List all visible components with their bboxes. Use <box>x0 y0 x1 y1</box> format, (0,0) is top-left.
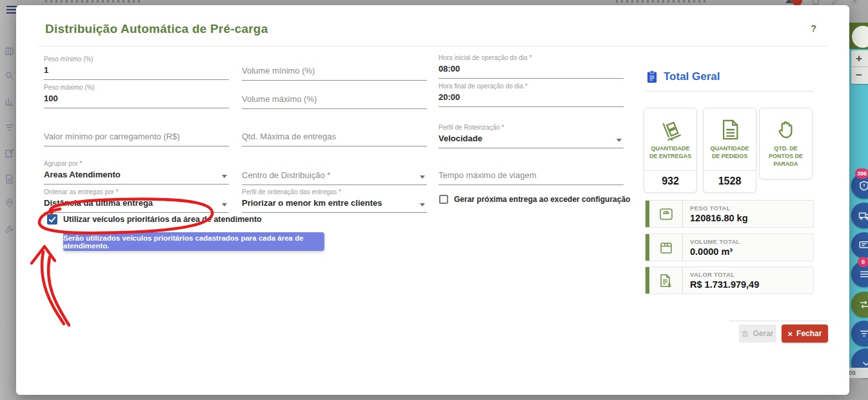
chevron-down-icon <box>420 175 425 179</box>
field-value: 20:00 <box>439 92 624 107</box>
checkbox-label: Gerar próxima entrega ao exceder configu… <box>454 195 630 204</box>
checkbox-checked-icon <box>47 214 57 225</box>
volume-maximo-field[interactable]: Volume máximo (%) <box>242 84 427 109</box>
perfil-roteirizacao-select[interactable]: Perfil de Roteirização * Velocidade <box>439 124 624 148</box>
sidebar-item-pin[interactable] <box>5 199 14 208</box>
card-quantidade-pedidos: QUANTIDADE DE PEDIDOS 1528 <box>703 108 756 193</box>
document-icon <box>704 108 756 142</box>
hora-final-field[interactable]: Hora final de operação do dia * 20:00 <box>439 83 624 107</box>
invoice-icon: $ <box>649 267 683 294</box>
save-icon <box>742 330 749 337</box>
card-pontos-parada: QTD. DE PONTOS DE PARADA <box>759 108 813 179</box>
sidebar-item-edit[interactable] <box>5 148 14 158</box>
field-placeholder: Volume mínimo (%) <box>242 66 427 81</box>
veiculos-tooltip: Serão utilizados veículos prioritários c… <box>63 232 324 251</box>
chevron-down-icon <box>420 203 425 206</box>
valor-total-row: $ VALOR TOTAL R$ 1.731.979,49 <box>645 266 814 294</box>
chevron-down-icon <box>222 203 227 206</box>
hand-icon <box>760 108 812 142</box>
sidebar-item-document[interactable] <box>5 174 14 184</box>
utilizar-veiculos-checkbox[interactable]: Utilizar veículos prioritários da área d… <box>47 214 262 225</box>
field-placeholder: Centro de Distribuição * <box>242 170 427 185</box>
zoom-in-button[interactable]: + <box>851 50 868 67</box>
chevron-down-icon <box>222 175 227 178</box>
peso-minimo-field[interactable]: Peso mínimo (%) 1 <box>44 55 229 80</box>
fechar-button[interactable]: × Fechar <box>782 325 828 343</box>
checkbox-label: Utilizar veículos prioritários da área d… <box>63 215 262 224</box>
total-label: VOLUME TOTAL <box>690 238 740 245</box>
qtd-maxima-field[interactable]: Qtd. Máxima de entregas <box>242 121 427 146</box>
perfil-ordenacao-select[interactable]: Perfil de ordenação das entregas * Prior… <box>242 188 427 213</box>
clipped-header-text <box>616 0 706 3</box>
menu-hamburger-icon[interactable] <box>6 6 17 14</box>
total-value: 120816.80 kg <box>690 213 748 223</box>
clipboard-icon <box>647 70 658 83</box>
card-label: QTD. DE PONTOS DE PARADA <box>760 142 812 173</box>
footer-divider <box>729 321 827 321</box>
sidebar-item-map[interactable] <box>5 46 14 56</box>
hand-truck-icon <box>644 108 696 142</box>
field-value: Velocidade <box>439 134 624 148</box>
field-label: Perfil de ordenação das entregas * <box>242 188 427 195</box>
list-badge: 0 <box>858 257 868 267</box>
clipped-header-text <box>45 0 142 3</box>
panel-divider <box>645 91 814 92</box>
card-value: 1528 <box>704 170 756 192</box>
help-icon[interactable]: ? <box>811 23 816 34</box>
modal-title: Distribuição Automática de Pré-carga <box>45 22 268 36</box>
field-value: 100 <box>44 94 229 108</box>
gear-icon[interactable] <box>850 0 859 7</box>
map-zoom-control: + − <box>851 50 868 84</box>
zoom-out-button[interactable]: − <box>851 67 868 84</box>
field-placeholder: Tempo máximo de viagem <box>439 170 624 185</box>
field-placeholder: Volume máximo (%) <box>242 94 427 109</box>
field-label: Agrupar por * <box>44 160 229 167</box>
total-label: VALOR TOTAL <box>690 271 759 278</box>
ordenar-entregas-select[interactable]: Ordenar as entregas por * Distância da ú… <box>44 188 229 213</box>
peso-total-row: PESO TOTAL 120816.80 kg <box>645 200 814 228</box>
field-label: Peso mínimo (%) <box>44 55 229 63</box>
title-divider <box>39 46 828 46</box>
peso-maximo-field[interactable]: Peso máximo (%) 100 <box>44 84 229 108</box>
field-label: Ordenar as entregas por * <box>44 188 229 195</box>
sidebar-item-search[interactable] <box>5 71 14 81</box>
field-label: Hora inicial de operação do dia * <box>439 54 624 61</box>
field-value: Areas Atendimento <box>44 170 229 185</box>
total-value: R$ 1.731.979,49 <box>690 279 759 290</box>
card-quantidade-entregas: QUANTIDADE DE ENTREGAS 932 <box>644 108 697 193</box>
field-value: Distância da última entrega <box>44 198 229 213</box>
sidebar-item-tools[interactable] <box>5 225 14 234</box>
total-value: 0.0000 m³ <box>690 246 740 257</box>
field-placeholder: Qtd. Máxima de entregas <box>242 132 427 146</box>
alerts-badge: 396 <box>855 168 868 179</box>
volume-minimo-field[interactable]: Volume mínimo (%) <box>242 55 427 81</box>
field-value: Priorizar o menor km entre clientes <box>242 198 427 213</box>
gerar-proxima-checkbox[interactable]: Gerar próxima entrega ao exceder configu… <box>439 195 630 204</box>
agrupar-por-select[interactable]: Agrupar por * Areas Atendimento <box>44 160 229 185</box>
total-geral-title: Total Geral <box>664 70 720 83</box>
card-label: QUANTIDADE DE ENTREGAS <box>644 142 696 170</box>
field-placeholder: Valor mínimo por carregamento (R$) <box>44 132 229 146</box>
total-label: PESO TOTAL <box>690 205 748 212</box>
field-value: 08:00 <box>439 64 624 79</box>
sidebar-item-filter[interactable] <box>5 123 14 132</box>
scale-icon <box>649 201 683 227</box>
valor-minimo-field[interactable]: Valor mínimo por carregamento (R$) <box>44 121 229 146</box>
centro-distribuicao-select[interactable]: Centro de Distribuição * <box>242 160 427 185</box>
card-value: 932 <box>644 170 696 192</box>
total-geral-header: Total Geral <box>647 70 720 83</box>
field-value: 1 <box>44 65 229 80</box>
chevron-down-icon <box>616 139 622 142</box>
tempo-maximo-field[interactable]: Tempo máximo de viagem <box>439 160 624 185</box>
gerar-button[interactable]: Gerar <box>739 325 776 343</box>
field-label: Perfil de Roteirização * <box>439 124 624 131</box>
close-icon: × <box>788 329 793 339</box>
box-icon <box>649 234 683 261</box>
hora-inicial-field[interactable]: Hora inicial de operação do dia * 08:00 <box>439 54 624 79</box>
sidebar-item-chart[interactable] <box>5 97 14 106</box>
field-label: Peso máximo (%) <box>44 84 229 91</box>
modal-distribuicao-automatica: Distribuição Automática de Pré-carga ? P… <box>16 5 849 395</box>
left-sidebar <box>0 0 17 400</box>
checkbox-unchecked-icon <box>439 195 448 204</box>
card-label: QUANTIDADE DE PEDIDOS <box>704 142 756 170</box>
